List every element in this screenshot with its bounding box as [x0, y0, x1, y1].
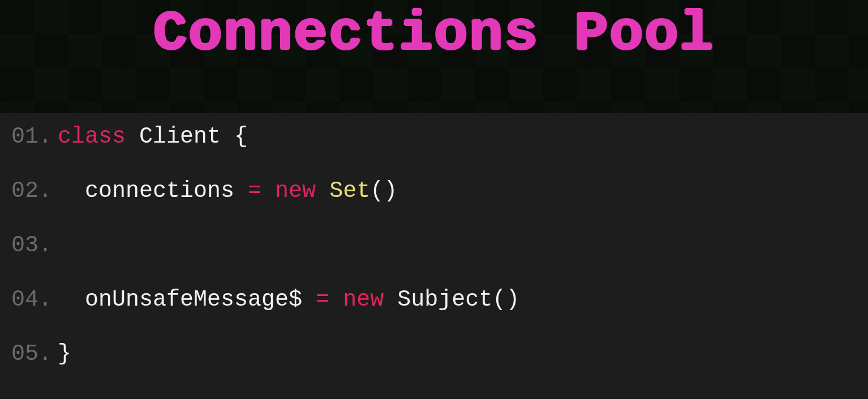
line-number: 05.	[11, 343, 58, 366]
code-line: 04. onUnsafeMessage$ = new Subject()	[11, 289, 857, 311]
token-plain	[221, 124, 234, 149]
title-container: Connections Pool	[0, 0, 868, 65]
token-punct: }	[58, 341, 71, 367]
code-line: 03.	[11, 234, 857, 257]
token-ident: Subject	[397, 287, 492, 312]
indent	[58, 178, 85, 204]
line-content: onUnsafeMessage$ = new Subject()	[58, 289, 519, 311]
token-ident: onUnsafeMessage$	[85, 287, 302, 312]
token-plain	[126, 124, 139, 149]
token-ident: connections	[85, 178, 234, 204]
line-number: 03.	[11, 234, 58, 257]
code-panel: 01.class Client {02. connections = new S…	[0, 113, 868, 399]
token-ident: Client	[139, 124, 221, 149]
token-plain	[261, 178, 275, 204]
line-content: connections = new Set()	[58, 180, 397, 203]
token-punct: {	[234, 124, 248, 149]
token-plain	[302, 287, 316, 312]
token-plain	[329, 287, 343, 312]
line-content: class Client {	[58, 126, 248, 148]
token-type: Set	[329, 178, 370, 204]
token-plain	[384, 287, 397, 312]
token-plain	[234, 178, 248, 204]
token-plain	[316, 178, 329, 204]
token-op: =	[248, 178, 261, 204]
slide-title: Connections Pool	[153, 5, 715, 65]
line-number: 01.	[11, 126, 58, 148]
token-op: =	[316, 287, 329, 312]
token-punct: ()	[370, 178, 397, 204]
line-number: 02.	[11, 180, 58, 203]
code-line: 01.class Client {	[11, 126, 857, 148]
token-keyword: new	[343, 287, 384, 312]
token-keyword: class	[58, 124, 126, 149]
line-content: }	[58, 343, 71, 366]
code-block: 01.class Client {02. connections = new S…	[11, 126, 857, 366]
indent	[58, 287, 85, 312]
code-line: 02. connections = new Set()	[11, 180, 857, 203]
line-number: 04.	[11, 289, 58, 311]
code-line: 05.}	[11, 343, 857, 366]
token-punct: ()	[492, 287, 519, 312]
token-keyword: new	[275, 178, 316, 204]
